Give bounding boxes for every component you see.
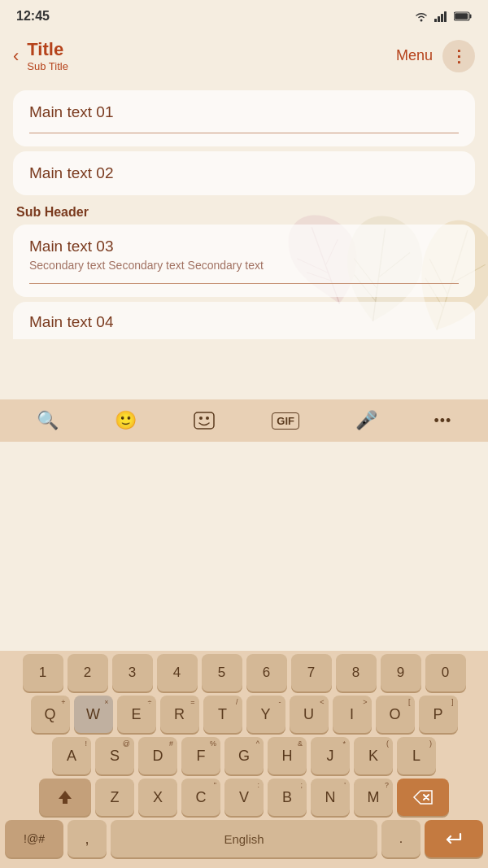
comma-key[interactable]: , [68, 820, 107, 857]
svg-point-9 [199, 417, 203, 420]
shift-key[interactable] [39, 779, 91, 816]
svg-rect-4 [444, 11, 447, 22]
more-toolbar-icon[interactable]: ••• [434, 412, 451, 430]
number-row: 1 2 3 4 5 6 7 8 9 0 [5, 654, 483, 691]
title-block: Title Sub Title [27, 39, 68, 72]
search-toolbar-icon[interactable]: 🔍 [37, 410, 59, 431]
key-e[interactable]: ÷E [117, 696, 156, 733]
list-item-4-text: Main text 04 [29, 313, 114, 330]
svg-rect-1 [434, 19, 437, 22]
key-5[interactable]: 5 [202, 654, 242, 691]
back-button[interactable]: ‹ [13, 46, 19, 67]
key-t[interactable]: /T [203, 696, 242, 733]
key-v[interactable]: :V [224, 779, 264, 816]
backspace-key[interactable] [397, 779, 449, 816]
zxcv-row: Z X "C :V ;B 'N ?M [5, 779, 483, 816]
header-right: Menu ⋮ [396, 40, 475, 72]
key-8[interactable]: 8 [336, 654, 377, 691]
symbol-key[interactable]: !@# [5, 820, 63, 857]
key-j[interactable]: *J [311, 737, 350, 774]
backspace-icon [412, 789, 434, 805]
shift-icon [56, 788, 74, 806]
svg-rect-2 [438, 16, 440, 22]
list-item-2[interactable]: Main text 02 [13, 151, 475, 195]
key-k[interactable]: (K [354, 737, 393, 774]
key-n[interactable]: 'N [311, 779, 350, 816]
key-b[interactable]: ;B [268, 779, 307, 816]
key-2[interactable]: 2 [68, 654, 108, 691]
key-r[interactable]: =R [160, 696, 199, 733]
svg-rect-3 [441, 14, 443, 22]
status-icons [413, 11, 472, 22]
key-u[interactable]: <U [290, 696, 329, 733]
gif-toolbar-button[interactable]: GIF [272, 412, 299, 430]
wifi-icon [413, 11, 429, 22]
page-title: Title [27, 39, 68, 60]
period-key[interactable]: . [381, 820, 420, 857]
key-g[interactable]: ^G [224, 737, 264, 774]
space-key[interactable]: English [111, 820, 377, 857]
enter-icon [442, 830, 465, 848]
bottom-row: !@# , English . [5, 820, 483, 857]
key-i[interactable]: >I [333, 696, 372, 733]
key-3[interactable]: 3 [112, 654, 153, 691]
key-a[interactable]: !A [52, 737, 91, 774]
sticker-toolbar-icon[interactable] [193, 411, 216, 430]
mic-toolbar-icon[interactable]: 🎤 [355, 410, 377, 431]
content-area: Main text 01 Main text 02 Sub Header Mai… [0, 82, 488, 399]
keyboard-toolbar: 🔍 🙂 GIF 🎤 ••• [0, 399, 488, 442]
status-time: 12:45 [16, 9, 50, 24]
key-f[interactable]: %F [181, 737, 220, 774]
svg-point-0 [420, 20, 423, 22]
svg-rect-6 [470, 15, 472, 19]
qwerty-row: +Q ×W ÷E =R /T -Y <U >I [O ]P [5, 696, 483, 733]
svg-rect-8 [194, 412, 214, 429]
key-o[interactable]: [O [376, 696, 415, 733]
list-item-3-text: Main text 03 [29, 238, 114, 255]
header: ‹ Title Sub Title Menu ⋮ [0, 33, 488, 82]
list-item-3[interactable]: Main text 03 Secondary text Secondary te… [13, 225, 475, 297]
sticker-icon [193, 411, 216, 430]
key-s[interactable]: @S [95, 737, 134, 774]
keyboard: 1 2 3 4 5 6 7 8 9 0 +Q ×W ÷E =R /T -Y <U… [0, 651, 488, 868]
battery-icon [454, 11, 472, 21]
list-item-4-partial[interactable]: Main text 04 [13, 302, 475, 339]
key-q[interactable]: +Q [31, 696, 70, 733]
list-item-1[interactable]: Main text 01 [13, 90, 475, 146]
list-item-1-text: Main text 01 [29, 103, 114, 120]
page-subtitle: Sub Title [27, 60, 68, 72]
list-item-3-secondary: Secondary text Secondary text Secondary … [29, 259, 459, 272]
key-m[interactable]: ?M [354, 779, 393, 816]
key-4[interactable]: 4 [157, 654, 198, 691]
signal-icon [434, 11, 449, 22]
menu-button[interactable]: Menu [396, 47, 433, 64]
list-item-2-text: Main text 02 [29, 164, 114, 181]
key-c[interactable]: "C [181, 779, 220, 816]
key-6[interactable]: 6 [246, 654, 287, 691]
key-9[interactable]: 9 [381, 654, 421, 691]
key-1[interactable]: 1 [23, 654, 63, 691]
emoji-toolbar-icon[interactable]: 🙂 [115, 410, 137, 431]
svg-rect-7 [455, 13, 468, 20]
enter-key[interactable] [425, 820, 483, 857]
key-y[interactable]: -Y [246, 696, 285, 733]
asdf-row: !A @S #D %F ^G &H *J (K )L [5, 737, 483, 774]
more-options-button[interactable]: ⋮ [442, 40, 475, 72]
status-bar: 12:45 [0, 0, 488, 33]
header-left: ‹ Title Sub Title [13, 39, 68, 72]
svg-point-10 [206, 417, 209, 420]
key-w[interactable]: ×W [74, 696, 113, 733]
key-7[interactable]: 7 [291, 654, 332, 691]
symbol-label: !@# [24, 832, 45, 845]
key-0[interactable]: 0 [425, 654, 466, 691]
space-label: English [224, 832, 264, 846]
key-z[interactable]: Z [95, 779, 134, 816]
key-x[interactable]: X [138, 779, 177, 816]
key-d[interactable]: #D [138, 737, 177, 774]
sub-header: Sub Header [13, 197, 475, 225]
key-h[interactable]: &H [268, 737, 307, 774]
key-p[interactable]: ]P [419, 696, 458, 733]
key-l[interactable]: )L [397, 737, 436, 774]
